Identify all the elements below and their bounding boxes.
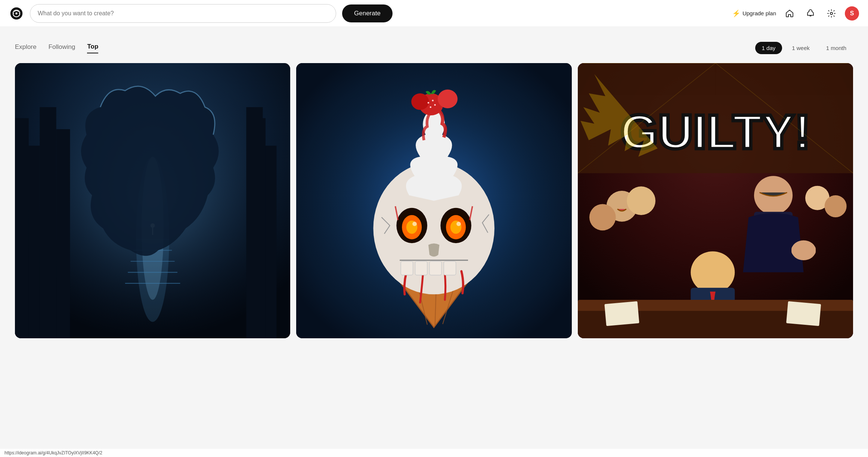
avatar[interactable]: S <box>845 6 859 21</box>
gear-icon <box>827 9 836 18</box>
status-bar: https://ideogram.ai/g/4UkqJvZITOyiXVjII9… <box>0 449 868 457</box>
tab-explore[interactable]: Explore <box>15 43 37 53</box>
svg-rect-5 <box>15 118 29 338</box>
svg-rect-10 <box>266 146 276 338</box>
time-filters: 1 day 1 week 1 month <box>755 42 853 54</box>
svg-point-61 <box>627 186 655 215</box>
tab-following[interactable]: Following <box>49 43 75 53</box>
svg-point-57 <box>691 251 735 293</box>
svg-rect-11 <box>246 107 263 338</box>
svg-point-42 <box>412 93 429 110</box>
bolt-icon: ⚡ <box>732 9 740 18</box>
upgrade-plan-button[interactable]: ⚡ Upgrade plan <box>732 9 776 18</box>
logo[interactable] <box>9 6 24 21</box>
notifications-button[interactable] <box>803 6 818 21</box>
svg-rect-54 <box>791 245 816 256</box>
filter-1day[interactable]: 1 day <box>755 42 782 54</box>
svg-rect-7 <box>40 107 56 338</box>
tab-top[interactable]: Top <box>87 43 98 53</box>
svg-rect-65 <box>786 301 821 326</box>
image-silhouette <box>15 63 290 338</box>
svg-rect-38 <box>444 261 456 275</box>
svg-rect-37 <box>430 261 441 275</box>
image-card-2[interactable] <box>296 63 571 338</box>
image-guilty: GUILTY! <box>578 63 853 338</box>
image-skull-ice-cream <box>296 63 571 338</box>
svg-point-56 <box>824 195 846 217</box>
nav-tabs: Explore Following Top <box>15 43 98 53</box>
search-input[interactable] <box>30 4 336 23</box>
svg-rect-64 <box>604 301 639 326</box>
svg-point-2 <box>830 12 833 15</box>
svg-point-34 <box>456 222 461 226</box>
generate-button[interactable]: Generate <box>342 4 393 22</box>
logo-icon <box>10 7 23 20</box>
bell-icon <box>806 9 815 18</box>
image-grid: GUILTY! <box>0 63 868 353</box>
svg-point-46 <box>434 104 436 106</box>
filter-1week[interactable]: 1 week <box>785 42 816 54</box>
home-icon <box>785 9 794 18</box>
svg-rect-35 <box>401 261 413 275</box>
home-button[interactable] <box>782 6 797 21</box>
image-card-1[interactable] <box>15 63 290 338</box>
svg-rect-6 <box>29 146 40 338</box>
svg-point-60 <box>589 204 616 231</box>
svg-point-44 <box>432 100 434 101</box>
nav-section: Explore Following Top 1 day 1 week 1 mon… <box>0 42 868 54</box>
svg-rect-8 <box>56 129 70 338</box>
image-card-3[interactable]: GUILTY! <box>578 63 853 338</box>
svg-point-33 <box>412 222 417 226</box>
svg-point-43 <box>428 102 429 103</box>
header: Generate ⚡ Upgrade plan S <box>0 0 868 27</box>
filter-1month[interactable]: 1 month <box>819 42 853 54</box>
svg-rect-36 <box>415 261 427 275</box>
status-url: https://ideogram.ai/g/4UkqJvZITOyiXVjII9… <box>4 450 102 456</box>
upgrade-label: Upgrade plan <box>743 10 776 16</box>
settings-button[interactable] <box>824 6 839 21</box>
svg-point-1 <box>15 12 17 14</box>
svg-point-45 <box>430 106 431 108</box>
svg-point-41 <box>438 90 458 108</box>
